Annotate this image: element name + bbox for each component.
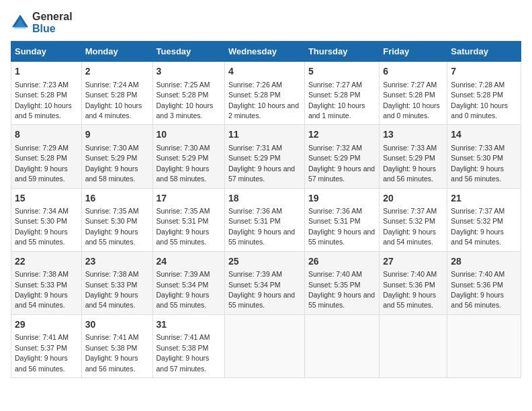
day-info: Sunrise: 7:37 AMSunset: 5:32 PMDaylight:… [451, 207, 504, 246]
calendar-week-4: 22Sunrise: 7:38 AMSunset: 5:33 PMDayligh… [11, 251, 521, 314]
calendar-cell: 24Sunrise: 7:39 AMSunset: 5:34 PMDayligh… [152, 251, 224, 314]
calendar-table: SundayMondayTuesdayWednesdayThursdayFrid… [11, 41, 521, 378]
day-info: Sunrise: 7:26 AMSunset: 5:28 PMDaylight:… [228, 81, 299, 120]
day-number: 6 [383, 65, 443, 79]
day-number: 17 [157, 192, 221, 205]
calendar-cell [380, 314, 447, 377]
day-info: Sunrise: 7:41 AMSunset: 5:38 PMDaylight:… [85, 333, 139, 372]
calendar-cell: 15Sunrise: 7:34 AMSunset: 5:30 PMDayligh… [11, 188, 82, 251]
day-number: 1 [15, 65, 78, 79]
calendar-cell: 19Sunrise: 7:36 AMSunset: 5:31 PMDayligh… [304, 188, 379, 251]
logo-text: General Blue [32, 11, 73, 34]
calendar-cell: 28Sunrise: 7:40 AMSunset: 5:36 PMDayligh… [447, 251, 521, 314]
calendar-cell: 22Sunrise: 7:38 AMSunset: 5:33 PMDayligh… [11, 251, 82, 314]
day-info: Sunrise: 7:32 AMSunset: 5:29 PMDaylight:… [308, 144, 375, 183]
day-number: 24 [157, 255, 221, 269]
day-info: Sunrise: 7:30 AMSunset: 5:29 PMDaylight:… [157, 144, 210, 183]
day-number: 29 [15, 318, 78, 332]
day-info: Sunrise: 7:40 AMSunset: 5:36 PMDaylight:… [451, 270, 504, 309]
day-number: 12 [308, 128, 375, 142]
calendar-cell: 1Sunrise: 7:23 AMSunset: 5:28 PMDaylight… [11, 62, 82, 125]
calendar-cell [447, 314, 521, 377]
day-info: Sunrise: 7:33 AMSunset: 5:30 PMDaylight:… [451, 144, 504, 183]
day-info: Sunrise: 7:38 AMSunset: 5:33 PMDaylight:… [15, 270, 69, 309]
day-info: Sunrise: 7:37 AMSunset: 5:32 PMDaylight:… [383, 207, 437, 246]
calendar-cell: 5Sunrise: 7:27 AMSunset: 5:28 PMDaylight… [304, 62, 379, 125]
day-number: 5 [308, 65, 375, 79]
day-info: Sunrise: 7:35 AMSunset: 5:30 PMDaylight:… [85, 207, 139, 246]
day-number: 22 [15, 255, 78, 269]
day-info: Sunrise: 7:24 AMSunset: 5:28 PMDaylight:… [85, 81, 142, 120]
calendar-week-5: 29Sunrise: 7:41 AMSunset: 5:37 PMDayligh… [11, 314, 521, 377]
logo: General Blue [11, 11, 73, 34]
calendar-cell: 26Sunrise: 7:40 AMSunset: 5:35 PMDayligh… [304, 251, 379, 314]
day-number: 20 [383, 192, 443, 205]
calendar-cell: 18Sunrise: 7:36 AMSunset: 5:31 PMDayligh… [224, 188, 304, 251]
day-info: Sunrise: 7:35 AMSunset: 5:31 PMDaylight:… [157, 207, 210, 246]
day-number: 9 [85, 128, 149, 142]
day-info: Sunrise: 7:41 AMSunset: 5:38 PMDaylight:… [157, 333, 210, 372]
day-headers: SundayMondayTuesdayWednesdayThursdayFrid… [11, 42, 521, 62]
day-number: 16 [85, 192, 149, 205]
day-number: 14 [451, 128, 517, 142]
calendar-cell: 10Sunrise: 7:30 AMSunset: 5:29 PMDayligh… [152, 125, 224, 188]
calendar-cell: 29Sunrise: 7:41 AMSunset: 5:37 PMDayligh… [11, 314, 82, 377]
day-number: 31 [157, 318, 221, 332]
day-info: Sunrise: 7:31 AMSunset: 5:29 PMDaylight:… [228, 144, 295, 183]
calendar-cell: 20Sunrise: 7:37 AMSunset: 5:32 PMDayligh… [380, 188, 447, 251]
calendar-cell: 14Sunrise: 7:33 AMSunset: 5:30 PMDayligh… [447, 125, 521, 188]
day-info: Sunrise: 7:36 AMSunset: 5:31 PMDaylight:… [308, 207, 375, 246]
day-info: Sunrise: 7:40 AMSunset: 5:36 PMDaylight:… [383, 270, 437, 309]
calendar-cell: 30Sunrise: 7:41 AMSunset: 5:38 PMDayligh… [81, 314, 152, 377]
day-info: Sunrise: 7:30 AMSunset: 5:29 PMDaylight:… [85, 144, 139, 183]
column-header-friday: Friday [380, 42, 447, 62]
calendar-cell [224, 314, 304, 377]
day-info: Sunrise: 7:28 AMSunset: 5:28 PMDaylight:… [451, 81, 508, 120]
day-number: 18 [228, 192, 301, 205]
calendar-week-1: 1Sunrise: 7:23 AMSunset: 5:28 PMDaylight… [11, 62, 521, 125]
day-info: Sunrise: 7:38 AMSunset: 5:33 PMDaylight:… [85, 270, 139, 309]
calendar-week-3: 15Sunrise: 7:34 AMSunset: 5:30 PMDayligh… [11, 188, 521, 251]
column-header-tuesday: Tuesday [152, 42, 224, 62]
calendar-cell: 3Sunrise: 7:25 AMSunset: 5:28 PMDaylight… [152, 62, 224, 125]
column-header-sunday: Sunday [11, 42, 82, 62]
calendar-cell: 9Sunrise: 7:30 AMSunset: 5:29 PMDaylight… [81, 125, 152, 188]
column-header-wednesday: Wednesday [224, 42, 304, 62]
calendar-cell [304, 314, 379, 377]
day-number: 25 [228, 255, 301, 269]
day-info: Sunrise: 7:27 AMSunset: 5:28 PMDaylight:… [308, 81, 365, 120]
day-info: Sunrise: 7:23 AMSunset: 5:28 PMDaylight:… [15, 81, 72, 120]
day-info: Sunrise: 7:25 AMSunset: 5:28 PMDaylight:… [157, 81, 214, 120]
day-info: Sunrise: 7:40 AMSunset: 5:35 PMDaylight:… [308, 270, 375, 309]
day-info: Sunrise: 7:27 AMSunset: 5:28 PMDaylight:… [383, 81, 440, 120]
day-number: 10 [157, 128, 221, 142]
day-number: 23 [85, 255, 149, 269]
day-number: 2 [85, 65, 149, 79]
calendar-cell: 17Sunrise: 7:35 AMSunset: 5:31 PMDayligh… [152, 188, 224, 251]
logo-icon [11, 13, 30, 32]
day-number: 7 [451, 65, 517, 79]
day-number: 11 [228, 128, 301, 142]
day-info: Sunrise: 7:29 AMSunset: 5:28 PMDaylight:… [15, 144, 69, 183]
calendar-cell: 2Sunrise: 7:24 AMSunset: 5:28 PMDaylight… [81, 62, 152, 125]
day-number: 8 [15, 128, 78, 142]
day-info: Sunrise: 7:34 AMSunset: 5:30 PMDaylight:… [15, 207, 69, 246]
calendar-week-2: 8Sunrise: 7:29 AMSunset: 5:28 PMDaylight… [11, 125, 521, 188]
day-number: 26 [308, 255, 375, 269]
calendar-cell: 12Sunrise: 7:32 AMSunset: 5:29 PMDayligh… [304, 125, 379, 188]
calendar-cell: 8Sunrise: 7:29 AMSunset: 5:28 PMDaylight… [11, 125, 82, 188]
calendar-cell: 23Sunrise: 7:38 AMSunset: 5:33 PMDayligh… [81, 251, 152, 314]
day-info: Sunrise: 7:41 AMSunset: 5:37 PMDaylight:… [15, 333, 69, 372]
header: General Blue [11, 11, 521, 34]
calendar-cell: 16Sunrise: 7:35 AMSunset: 5:30 PMDayligh… [81, 188, 152, 251]
day-info: Sunrise: 7:39 AMSunset: 5:34 PMDaylight:… [228, 270, 295, 309]
calendar-cell: 13Sunrise: 7:33 AMSunset: 5:29 PMDayligh… [380, 125, 447, 188]
day-number: 28 [451, 255, 517, 269]
day-number: 19 [308, 192, 375, 205]
calendar-cell: 25Sunrise: 7:39 AMSunset: 5:34 PMDayligh… [224, 251, 304, 314]
day-number: 27 [383, 255, 443, 269]
day-number: 15 [15, 192, 78, 205]
calendar-cell: 21Sunrise: 7:37 AMSunset: 5:32 PMDayligh… [447, 188, 521, 251]
column-header-saturday: Saturday [447, 42, 521, 62]
day-info: Sunrise: 7:36 AMSunset: 5:31 PMDaylight:… [228, 207, 295, 246]
